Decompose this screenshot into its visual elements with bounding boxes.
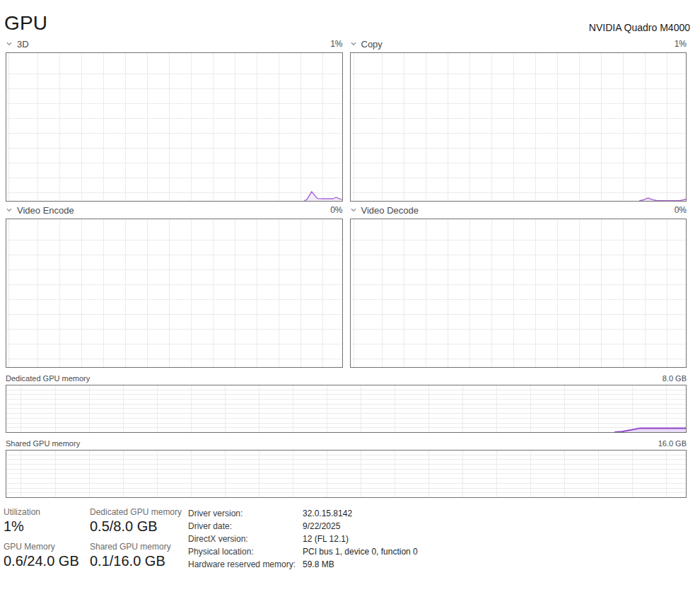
chart-block-copy: Copy 1%	[350, 35, 687, 202]
chevron-down-icon	[6, 40, 13, 47]
detail-driver-date: Driver date: 9/22/2025	[188, 520, 418, 533]
chart-head-video-decode: Video Decode 0%	[350, 202, 687, 219]
dedicated-memory-max: 8.0 GB	[663, 374, 687, 383]
detail-value: 9/22/2025	[303, 520, 340, 533]
detail-directx-version: DirectX version: 12 (FL 12.1)	[188, 533, 418, 545]
chart-head-copy: Copy 1%	[350, 35, 687, 52]
gpu-performance-page: GPU NVIDIA Quadro M4000 3D 1% Copy	[0, 0, 700, 604]
stat-value: 0.6/24.0 GB	[4, 552, 90, 570]
dedicated-memory-head: Dedicated GPU memory 8.0 GB	[6, 373, 687, 383]
stat-value: 0.5/8.0 GB	[90, 518, 188, 535]
collapse-toggle-3d[interactable]: 3D	[6, 39, 29, 50]
collapse-toggle-copy[interactable]: Copy	[350, 39, 383, 50]
chart-percent: 0%	[675, 205, 687, 215]
shared-memory-head: Shared GPU memory 16.0 GB	[6, 438, 687, 448]
chart-copy-sparkline	[351, 53, 687, 201]
detail-physical-location: Physical location: PCI bus 1, device 0, …	[188, 545, 418, 558]
chart-video-decode[interactable]	[350, 219, 687, 368]
stat-utilization: Utilization 1%	[4, 507, 90, 535]
chart-3d-sparkline	[6, 53, 342, 201]
chart-shared-memory[interactable]	[6, 450, 687, 498]
stat-label: Dedicated GPU memory	[90, 507, 188, 518]
detail-driver-version: Driver version: 32.0.15.8142	[188, 507, 418, 520]
stats-grid: Utilization 1% Dedicated GPU memory 0.5/…	[4, 507, 188, 570]
chart-video-decode-sparkline	[351, 219, 687, 367]
chart-label: Video Encode	[17, 205, 74, 216]
chevron-down-icon	[350, 207, 357, 214]
stats-section: Utilization 1% Dedicated GPU memory 0.5/…	[4, 507, 700, 571]
collapse-toggle-video-decode[interactable]: Video Decode	[350, 205, 419, 216]
collapse-toggle-video-encode[interactable]: Video Encode	[6, 205, 74, 216]
detail-label: Driver version:	[188, 507, 303, 520]
shared-memory-label: Shared GPU memory	[6, 439, 80, 448]
gpu-device-name: NVIDIA Quadro M4000	[589, 22, 690, 35]
detail-value: 59.8 MB	[303, 558, 334, 571]
driver-details: Driver version: 32.0.15.8142 Driver date…	[188, 507, 418, 571]
dedicated-memory-label: Dedicated GPU memory	[6, 374, 90, 383]
dedicated-memory-sparkline	[6, 385, 686, 432]
detail-value: PCI bus 1, device 0, function 0	[303, 545, 418, 558]
detail-label: Hardware reserved memory:	[188, 558, 303, 571]
chart-3d[interactable]	[6, 52, 343, 202]
detail-hardware-reserved-memory: Hardware reserved memory: 59.8 MB	[188, 558, 418, 571]
charts-row-2: Video Encode 0% Video Decode 0%	[6, 202, 687, 368]
chart-block-3d: 3D 1%	[6, 35, 343, 202]
chart-percent: 1%	[675, 39, 687, 49]
detail-value: 32.0.15.8142	[303, 507, 352, 520]
chart-block-video-encode: Video Encode 0%	[6, 202, 343, 368]
stat-value: 1%	[4, 518, 90, 535]
chart-video-encode-sparkline	[6, 219, 342, 367]
page-title: GPU	[4, 11, 47, 35]
shared-memory-max: 16.0 GB	[658, 439, 687, 448]
stat-value: 0.1/16.0 GB	[90, 552, 188, 570]
charts-row-1: 3D 1% Copy 1%	[6, 35, 687, 202]
chart-label: Copy	[361, 39, 383, 50]
stat-gpu-memory: GPU Memory 0.6/24.0 GB	[4, 542, 90, 570]
stat-label: Utilization	[4, 507, 90, 518]
chart-label: Video Decode	[361, 205, 419, 216]
chart-head-3d: 3D 1%	[6, 35, 343, 52]
chevron-down-icon	[6, 207, 13, 214]
page-header: GPU NVIDIA Quadro M4000	[0, 0, 700, 35]
chart-label: 3D	[17, 39, 29, 50]
stat-shared-memory: Shared GPU memory 0.1/16.0 GB	[90, 542, 188, 570]
chart-dedicated-memory[interactable]	[6, 385, 687, 433]
chart-head-video-encode: Video Encode 0%	[6, 202, 343, 219]
chevron-down-icon	[350, 40, 357, 47]
detail-label: DirectX version:	[188, 533, 303, 545]
chart-video-encode[interactable]	[6, 219, 343, 368]
stat-dedicated-memory: Dedicated GPU memory 0.5/8.0 GB	[90, 507, 188, 535]
detail-value: 12 (FL 12.1)	[303, 533, 349, 545]
stat-label: Shared GPU memory	[90, 542, 188, 552]
shared-memory-sparkline	[6, 451, 686, 497]
detail-label: Driver date:	[188, 520, 303, 533]
detail-label: Physical location:	[188, 545, 303, 558]
chart-copy[interactable]	[350, 52, 687, 202]
chart-percent: 0%	[330, 205, 342, 215]
chart-percent: 1%	[330, 39, 342, 49]
chart-block-video-decode: Video Decode 0%	[350, 202, 687, 368]
stat-label: GPU Memory	[4, 542, 90, 552]
